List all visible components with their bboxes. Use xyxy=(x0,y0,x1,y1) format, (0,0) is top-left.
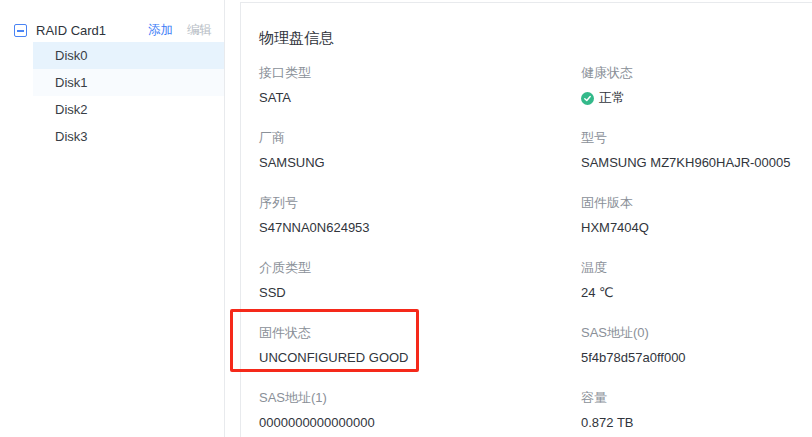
field-media-type: 介质类型 SSD xyxy=(259,260,581,301)
field-label: 接口类型 xyxy=(259,65,581,81)
field-label: 型号 xyxy=(581,130,812,146)
field-value: SAMSUNG MZ7KH960HAJR-00005 xyxy=(581,155,812,171)
field-sas-address-1: SAS地址(1) 0000000000000000 xyxy=(259,390,581,431)
health-status-text: 正常 xyxy=(599,90,625,106)
field-label: 温度 xyxy=(581,260,812,276)
check-circle-icon xyxy=(581,92,594,105)
raid-card-tree-node: RAID Card1 添加 编辑 xyxy=(0,19,224,42)
sidebar: RAID Card1 添加 编辑 Disk0 Disk1 Disk2 Disk3 xyxy=(0,0,225,437)
field-value: 5f4b78d57a0ff000 xyxy=(581,350,812,366)
field-value: UNCONFIGURED GOOD xyxy=(259,350,581,366)
collapse-minus-icon[interactable] xyxy=(14,24,27,37)
sidebar-item-disk0[interactable]: Disk0 xyxy=(33,42,224,69)
add-link[interactable]: 添加 xyxy=(148,22,173,39)
field-value: 0.872 TB xyxy=(581,415,812,431)
field-value: 正常 xyxy=(581,90,812,106)
field-firmware-state: 固件状态 UNCONFIGURED GOOD xyxy=(259,325,581,366)
field-label: 固件状态 xyxy=(259,325,581,341)
edit-link[interactable]: 编辑 xyxy=(187,22,212,39)
field-label: 容量 xyxy=(581,390,812,406)
sidebar-item-disk3[interactable]: Disk3 xyxy=(33,123,224,150)
field-value: SATA xyxy=(259,90,581,106)
field-temperature: 温度 24 ℃ xyxy=(581,260,812,301)
field-value: SAMSUNG xyxy=(259,155,581,171)
field-model: 型号 SAMSUNG MZ7KH960HAJR-00005 xyxy=(581,130,812,171)
field-value: HXM7404Q xyxy=(581,220,812,236)
field-serial-number: 序列号 S47NNA0N624953 xyxy=(259,195,581,236)
page-title: 物理盘信息 xyxy=(259,29,812,48)
field-label: SAS地址(0) xyxy=(581,325,812,341)
physical-disk-info-panel: 物理盘信息 接口类型 SATA 健康状态 正常 厂商 SAMSUNG 型号 SA… xyxy=(240,2,812,437)
field-value: 0000000000000000 xyxy=(259,415,581,431)
field-label: 健康状态 xyxy=(581,65,812,81)
field-vendor: 厂商 SAMSUNG xyxy=(259,130,581,171)
field-sas-address-0: SAS地址(0) 5f4b78d57a0ff000 xyxy=(581,325,812,366)
field-health-status: 健康状态 正常 xyxy=(581,65,812,106)
sidebar-item-disk2[interactable]: Disk2 xyxy=(33,96,224,123)
raid-card-label: RAID Card1 xyxy=(36,23,106,38)
field-interface-type: 接口类型 SATA xyxy=(259,65,581,106)
field-value: S47NNA0N624953 xyxy=(259,220,581,236)
field-value: SSD xyxy=(259,285,581,301)
field-label: 固件版本 xyxy=(581,195,812,211)
field-grid: 接口类型 SATA 健康状态 正常 厂商 SAMSUNG 型号 SAMSUNG … xyxy=(259,65,812,431)
field-label: 厂商 xyxy=(259,130,581,146)
field-label: 序列号 xyxy=(259,195,581,211)
field-capacity: 容量 0.872 TB xyxy=(581,390,812,431)
field-label: SAS地址(1) xyxy=(259,390,581,406)
field-label: 介质类型 xyxy=(259,260,581,276)
disk-list: Disk0 Disk1 Disk2 Disk3 xyxy=(0,42,224,150)
field-value: 24 ℃ xyxy=(581,285,812,301)
field-firmware-version: 固件版本 HXM7404Q xyxy=(581,195,812,236)
sidebar-item-disk1[interactable]: Disk1 xyxy=(33,69,224,96)
